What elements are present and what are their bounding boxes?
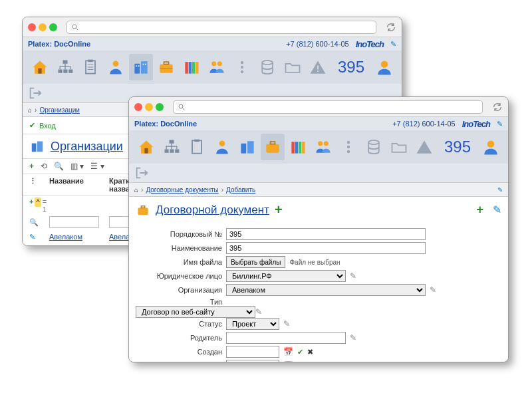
url-search[interactable] — [173, 100, 483, 114]
col-name[interactable]: Название — [49, 177, 109, 193]
refresh-small-icon[interactable]: ⟲ — [41, 162, 47, 171]
folder-icon[interactable] — [281, 54, 305, 80]
warning-icon[interactable] — [412, 134, 436, 160]
clear-icon[interactable]: ✖ — [307, 348, 313, 356]
add-right-icon[interactable]: + — [476, 203, 483, 217]
buildings-button[interactable] — [235, 134, 259, 160]
main-toolbar: 395 — [129, 130, 508, 164]
copy-icon[interactable]: ⧉ — [317, 361, 323, 362]
edit-field-icon[interactable]: ✎ — [255, 307, 262, 317]
buildings-icon — [29, 138, 45, 154]
briefcase-button[interactable] — [261, 134, 285, 160]
created-input[interactable] — [226, 346, 279, 358]
edit-icon[interactable]: ✎ — [497, 186, 503, 194]
briefcase-button[interactable] — [154, 54, 178, 80]
home-crumb-icon[interactable]: ⌂ — [28, 106, 32, 114]
page-title[interactable]: Договорной документ — [156, 203, 269, 217]
close-dot[interactable] — [134, 103, 142, 111]
titlebar — [23, 17, 402, 37]
home-button[interactable] — [134, 134, 158, 160]
accept-icon[interactable]: ✔ — [297, 348, 303, 356]
calendar-icon[interactable]: 📅 — [283, 347, 293, 356]
add-icon[interactable]: + — [275, 202, 283, 217]
minimize-dot[interactable] — [145, 103, 153, 111]
accept-icon[interactable]: ✔ — [297, 362, 303, 363]
home-button[interactable] — [28, 54, 52, 80]
crumb-docs[interactable]: Договорные документы — [146, 186, 218, 194]
clipboard-button[interactable] — [78, 54, 102, 80]
collapse-icon[interactable]: ^ — [35, 198, 41, 207]
cell-name[interactable]: Авелаком — [49, 233, 82, 241]
edit-icon[interactable]: ✎ — [497, 120, 503, 128]
more-icon[interactable] — [230, 54, 254, 80]
edit-field-icon[interactable]: ✎ — [283, 319, 290, 329]
parent-input[interactable] — [226, 332, 346, 344]
calendar-icon[interactable]: 📅 — [283, 361, 293, 362]
clipboard-button[interactable] — [185, 134, 209, 160]
ord-input[interactable] — [226, 228, 426, 240]
exit-icon[interactable] — [134, 166, 149, 180]
svg-rect-14 — [141, 61, 148, 73]
user-avatar[interactable] — [479, 134, 503, 160]
search-icon — [178, 103, 186, 111]
edit-icon[interactable]: ✎ — [493, 203, 501, 216]
columns-icon[interactable]: ▥ ▾ — [70, 162, 84, 171]
file-button[interactable]: Выбрать файлы — [226, 256, 285, 268]
database-icon[interactable] — [362, 134, 386, 160]
refresh-icon[interactable] — [386, 22, 396, 33]
legal-select[interactable]: Биллинг.РФ — [226, 270, 346, 282]
minimize-dot[interactable] — [39, 23, 47, 31]
name-input[interactable] — [226, 242, 426, 254]
list-icon[interactable]: ☰ ▾ — [90, 162, 104, 171]
crumb-orgs[interactable]: Организации — [39, 106, 79, 114]
edit-field-icon[interactable]: ✎ — [350, 271, 356, 281]
edit-field-icon[interactable]: ✎ — [350, 333, 356, 342]
crumb-add[interactable]: Добавить — [226, 186, 255, 194]
svg-point-55 — [318, 141, 323, 146]
books-button[interactable] — [180, 54, 203, 80]
svg-rect-43 — [175, 150, 179, 153]
url-search[interactable] — [66, 21, 376, 34]
svg-rect-8 — [88, 60, 93, 63]
people-button[interactable] — [311, 134, 335, 160]
person-button[interactable] — [104, 54, 128, 80]
edit-field-icon[interactable]: ✎ — [430, 285, 436, 295]
page-title[interactable]: Организации — [51, 140, 123, 154]
search-small-icon[interactable]: 🔍 — [54, 162, 64, 171]
org-select[interactable]: Авелаком — [226, 284, 426, 296]
status-select[interactable]: Проект — [226, 318, 279, 330]
folder-icon[interactable] — [387, 134, 411, 160]
filter-name[interactable] — [49, 216, 99, 228]
database-icon[interactable] — [255, 54, 279, 80]
warning-icon[interactable] — [306, 54, 330, 80]
row-search-icon[interactable]: 🔍 — [29, 218, 39, 227]
status-label: Статус — [136, 320, 222, 328]
svg-rect-62 — [138, 207, 148, 214]
maximize-dot[interactable] — [156, 103, 164, 111]
maximize-dot[interactable] — [49, 23, 57, 31]
type-select[interactable]: Договор по веб-сайту — [136, 306, 255, 318]
svg-point-12 — [113, 61, 119, 66]
add-icon[interactable]: + — [29, 162, 34, 171]
hierarchy-button[interactable] — [53, 54, 77, 80]
row-edit-icon[interactable]: ✎ — [29, 233, 35, 241]
refresh-icon[interactable] — [492, 102, 503, 112]
books-button[interactable] — [286, 134, 310, 160]
more-icon[interactable] — [336, 134, 360, 160]
close-dot[interactable] — [28, 23, 36, 31]
row-add-icon[interactable]: + — [29, 198, 33, 213]
buildings-button[interactable] — [129, 54, 153, 80]
svg-rect-17 — [143, 64, 144, 65]
start-input[interactable] — [226, 360, 279, 362]
org-label: Организация — [136, 286, 222, 294]
svg-rect-40 — [170, 140, 174, 144]
svg-rect-36 — [37, 142, 43, 152]
clear-icon[interactable]: ✖ — [307, 362, 313, 363]
user-avatar[interactable] — [372, 54, 396, 80]
person-button[interactable] — [210, 134, 234, 160]
exit-icon[interactable] — [28, 86, 43, 100]
people-button[interactable] — [205, 54, 229, 80]
edit-icon[interactable]: ✎ — [390, 40, 396, 49]
home-crumb-icon[interactable]: ⌂ — [134, 186, 138, 194]
hierarchy-button[interactable] — [160, 134, 184, 160]
